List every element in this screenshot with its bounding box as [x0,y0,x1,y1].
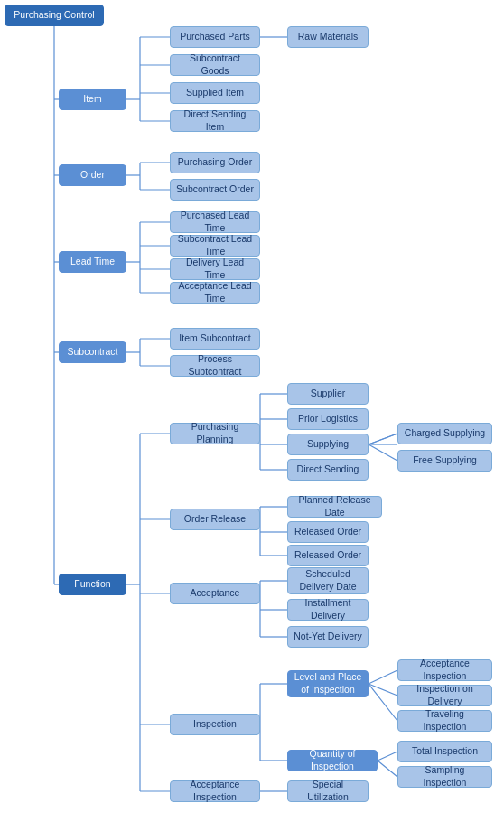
acceptance-inspection-bottom: Acceptance Inspection [170,780,260,802]
purchasing-planning: Purchasing Planning [170,423,260,444]
purchasing-order: Purchasing Order [170,152,260,173]
charged-supplying: Charged Supplying [397,423,492,444]
subcontract-goods: Subcontract Goods [170,54,260,76]
direct-sending: Direct Sending [287,459,369,481]
prior-logistics: Prior Logistics [287,408,369,430]
svg-line-60 [378,752,397,761]
item-subcontract: Item Subcontract [170,328,260,350]
planned-release-date: Planned Release Date [287,496,382,518]
purchased-lead-time: Purchased Lead Time [170,211,260,233]
inspection-on-delivery: Inspection on Delivery [397,685,492,706]
purchased-parts: Purchased Parts [170,26,260,48]
installment-delivery: Installment Delivery [287,599,369,621]
free-supplying: Free Supplying [397,450,492,472]
svg-line-57 [369,670,397,684]
quantity-of-inspection: Quantity of Inspection [287,750,378,771]
svg-line-40 [369,434,397,444]
diagram: Purchasing ControlItemOrderLead TimeSubc… [0,0,504,822]
item: Item [59,89,126,110]
function: Function [59,574,126,595]
supplier: Supplier [287,383,369,405]
svg-line-58 [369,684,397,696]
total-inspection: Total Inspection [397,741,492,762]
svg-line-63 [369,434,397,444]
delivery-lead-time: Delivery Lead Time [170,258,260,280]
order: Order [59,164,126,186]
subcontract: Subcontract [59,341,126,363]
level-and-place: Level and Place of Inspection [287,670,369,697]
not-yet-delivery: Not-Yet Delivery [287,626,369,648]
supplied-item: Supplied Item [170,82,260,104]
supplying: Supplying [287,434,369,455]
process-subcontract: Process Subtcontract [170,355,260,377]
released-order-1: Released Order [287,521,369,543]
subcontract-order: Subcontract Order [170,179,260,201]
raw-materials: Raw Materials [287,26,369,48]
subcontract-lead-time: Subcontract Lead Time [170,235,260,257]
lead-time: Lead Time [59,251,126,273]
acceptance: Acceptance [170,583,260,604]
inspection: Inspection [170,714,260,735]
traveling-inspection: Traveling Inspection [397,710,492,732]
svg-line-59 [369,684,397,721]
purchasing-control: Purchasing Control [5,5,104,26]
scheduled-delivery-date: Scheduled Delivery Date [287,567,369,594]
acceptance-lead-time: Acceptance Lead Time [170,282,260,304]
acceptance-inspection-top: Acceptance Inspection [397,659,492,681]
order-release: Order Release [170,509,260,530]
sampling-inspection: Sampling Inspection [397,766,492,788]
svg-line-61 [378,761,397,777]
direct-sending-item: Direct Sending Item [170,110,260,132]
special-utilization: Special Utilization [287,780,369,802]
released-order-2: Released Order [287,545,369,566]
svg-line-41 [369,444,397,461]
